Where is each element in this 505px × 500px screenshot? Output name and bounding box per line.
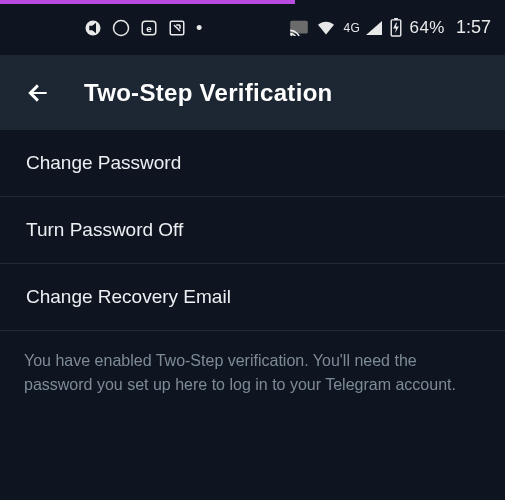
- svg-rect-5: [291, 20, 309, 33]
- arrow-left-icon: [25, 80, 51, 106]
- list-item-label: Change Recovery Email: [26, 286, 231, 308]
- change-recovery-email-item[interactable]: Change Recovery Email: [0, 264, 505, 331]
- battery-percent: 64%: [409, 18, 445, 38]
- svg-text:e: e: [146, 22, 152, 33]
- app-bar: Two-Step Verification: [0, 55, 505, 130]
- wifi-icon: [316, 20, 336, 36]
- mute-icon: [84, 19, 102, 37]
- battery-icon: [390, 18, 402, 37]
- hint-text: You have enabled Two-Step verification. …: [0, 331, 505, 415]
- change-password-item[interactable]: Change Password: [0, 130, 505, 197]
- screenshot-icon: [168, 19, 186, 37]
- network-label: 4G: [343, 21, 360, 35]
- clock: 1:57: [456, 17, 491, 38]
- dot-icon: •: [196, 19, 202, 37]
- signal-icon: [365, 20, 383, 36]
- settings-list: Change Password Turn Password Off Change…: [0, 130, 505, 331]
- back-button[interactable]: [20, 75, 56, 111]
- svg-point-6: [291, 33, 293, 35]
- e-icon: e: [140, 19, 158, 37]
- list-item-label: Change Password: [26, 152, 181, 174]
- page-title: Two-Step Verification: [84, 79, 333, 107]
- svg-point-1: [114, 20, 129, 35]
- moon-icon: [112, 19, 130, 37]
- turn-password-off-item[interactable]: Turn Password Off: [0, 197, 505, 264]
- cast-icon: [289, 20, 309, 36]
- status-bar: e • 4G 64% 1:57: [0, 0, 505, 55]
- list-item-label: Turn Password Off: [26, 219, 183, 241]
